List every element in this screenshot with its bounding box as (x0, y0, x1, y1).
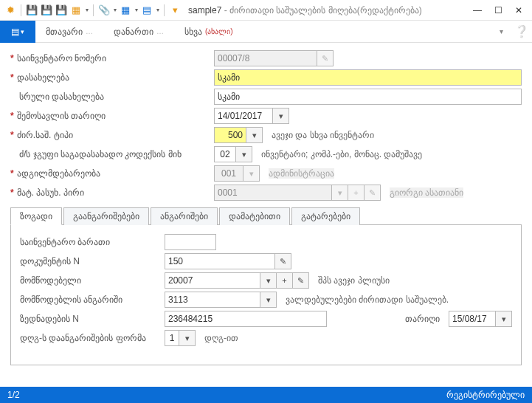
inv-card-field[interactable] (165, 234, 216, 250)
tax-group-text: ინვენტარი; კომპ.-ები, მონაც. დამუშავე (261, 149, 422, 159)
form-area: *საინვენტარო ნომერი ✎ *დასახელება სრული … (0, 43, 532, 387)
status-bar: 1/2 რეგისტრირებული (0, 387, 532, 403)
calc-icon[interactable]: ▦ (70, 4, 82, 16)
name-field[interactable] (214, 69, 522, 86)
menu-main[interactable]: მთავარი … (35, 21, 103, 43)
supplier-acc-dropdown-icon[interactable]: ▾ (260, 292, 277, 308)
location-text: ადმინისტრაცია (269, 168, 334, 179)
minimize-button[interactable]: — (469, 3, 486, 18)
waybill-field[interactable] (165, 311, 327, 327)
menu-other[interactable]: სხვა(ახალი) (174, 21, 243, 43)
location-label: *ადგილმდებარეობა (10, 168, 210, 179)
supplier-acc-text: ვალდებულებები ძირითადი საშუალებ. (286, 294, 449, 305)
responsible-add-icon: + (348, 185, 365, 201)
attach-dropdown[interactable]: ▾ (114, 7, 117, 13)
page-indicator: 1/2 (7, 390, 20, 400)
tab-panel-general: საინვენტარო ბარათი დოკუმენტის N ✎ მომწოდ… (10, 225, 522, 365)
attach-icon[interactable]: 📎 (98, 4, 110, 16)
supplier-add-icon[interactable]: + (277, 272, 293, 289)
responsible-label: *მატ. პასუხ. პირი (10, 187, 210, 198)
menu-attachment[interactable]: დანართი … (103, 21, 174, 43)
supplier-acc-code[interactable] (165, 292, 260, 308)
menu-expand-icon[interactable]: ▾ (491, 27, 511, 35)
tax-group-dropdown-icon[interactable]: ▾ (236, 146, 252, 162)
vat-form-label: დღგ-ს დაანგარიშების ფორმა (20, 333, 160, 343)
save-icon[interactable]: 💾 (26, 4, 38, 16)
responsible-dropdown-icon: ▾ (332, 185, 348, 201)
doc-n-edit-icon[interactable]: ✎ (275, 253, 291, 269)
inv-number-field (214, 50, 317, 66)
menu-file[interactable]: ▤ ▾ (0, 21, 35, 43)
responsible-text: გიორგი ასათიანი (390, 187, 463, 198)
inv-number-label: *საინვენტარო ნომერი (10, 53, 210, 63)
status-text: რეგისტრირებული (446, 390, 525, 400)
supplier-edit-icon[interactable]: ✎ (293, 272, 309, 289)
help-icon[interactable]: ❔ (511, 24, 532, 38)
supplier-dropdown-icon[interactable]: ▾ (260, 272, 277, 289)
title-bar: ✹ 💾 💾 💾 ▦ ▾ 📎 ▾ ▦ ▾ ▤ ▾ ▾ sample7 - ძირი… (0, 0, 532, 21)
doc-status-icon: ▾ (169, 4, 181, 16)
tax-group-label: ძ/ს ჯგუფი საგადასახადო კოდექსის მიხ (10, 149, 210, 159)
supplier-code[interactable] (165, 272, 260, 289)
income-date-picker-icon[interactable]: ▾ (273, 108, 289, 124)
location-dropdown-icon: ▾ (243, 165, 260, 182)
vat-form-dropdown-icon[interactable]: ▾ (179, 330, 196, 346)
tab-movements[interactable]: გატარებები (291, 207, 360, 225)
calc-dropdown[interactable]: ▾ (86, 7, 89, 13)
inv-card-label: საინვენტარო ბარათი (20, 237, 160, 247)
grid-dropdown[interactable]: ▾ (135, 7, 138, 13)
supplier-text: შპს ავეჯი პლიუსი (318, 275, 390, 286)
waybill-date-picker-icon[interactable]: ▾ (496, 311, 512, 327)
menu-bar: ▤ ▾ მთავარი … დანართი … სხვა(ახალი) ▾ ❔ (0, 21, 532, 43)
supplier-acc-label: მომწოდებლის ანგარიში (20, 294, 160, 305)
income-date-field[interactable] (214, 108, 273, 124)
name-label: *დასახელება (10, 72, 210, 83)
asset-type-dropdown-icon[interactable]: ▾ (246, 127, 263, 143)
waybill-date-field[interactable] (449, 311, 496, 327)
tab-strip: ზოგადი გაანგარიშებები ანგარიშები დამატებ… (10, 207, 522, 225)
menu-other-label: სხვა (184, 27, 202, 37)
grid-icon[interactable]: ▦ (120, 4, 131, 16)
menu-main-label: მთავარი (46, 27, 83, 37)
doc-n-field[interactable] (165, 253, 275, 269)
asset-type-code[interactable] (214, 127, 246, 143)
tab-accounts[interactable]: ანგარიშები (151, 207, 218, 225)
save-close-icon[interactable]: 💾 (41, 4, 52, 16)
waybill-date-label: თარიღი (405, 314, 440, 324)
full-name-field[interactable] (214, 89, 522, 105)
save-new-icon[interactable]: 💾 (55, 4, 67, 16)
supplier-label: მომწოდებელი (20, 275, 160, 286)
doc-n-label: დოკუმენტის N (20, 256, 160, 266)
waybill-label: ზედნადების N (20, 314, 160, 324)
tax-group-code[interactable] (214, 146, 236, 162)
menu-other-new: (ახალი) (205, 27, 233, 35)
title-suffix: ძირითადი საშუალების მიღება(რედაქტირება) (229, 5, 422, 16)
chevron-down-icon: ▾ (21, 28, 24, 35)
asset-type-label: *ძირ.საშ. ტიპი (10, 130, 210, 140)
card-dropdown[interactable]: ▾ (156, 7, 159, 13)
window-title: sample7 - ძირითადი საშუალების მიღება(რედ… (188, 5, 422, 16)
vat-form-text: დღგ-ით (204, 333, 238, 343)
asset-type-text: ავეჯი და სხვა ინვენტარი (272, 130, 374, 140)
vat-form-code[interactable] (165, 330, 179, 346)
menu-file-icon: ▤ (11, 27, 19, 37)
location-code (214, 165, 243, 182)
responsible-code (214, 185, 332, 201)
menu-attachment-label: დანართი (114, 27, 153, 37)
card-icon[interactable]: ▤ (141, 4, 153, 16)
inv-number-edit-icon: ✎ (317, 50, 334, 66)
tab-calculations[interactable]: გაანგარიშებები (63, 207, 149, 225)
maximize-button[interactable]: ☐ (489, 3, 507, 18)
tab-general[interactable]: ზოგადი (10, 207, 62, 225)
tab-additional[interactable]: დამატებითი (219, 207, 290, 225)
doc-name: sample7 (188, 5, 221, 16)
income-date-label: *შემოსავლის თარიღი (10, 111, 210, 121)
app-icon: ✹ (4, 4, 16, 16)
full-name-label: სრული დასახელება (10, 92, 210, 102)
close-button[interactable]: ✕ (510, 3, 528, 18)
responsible-edit-icon: ✎ (365, 185, 381, 201)
